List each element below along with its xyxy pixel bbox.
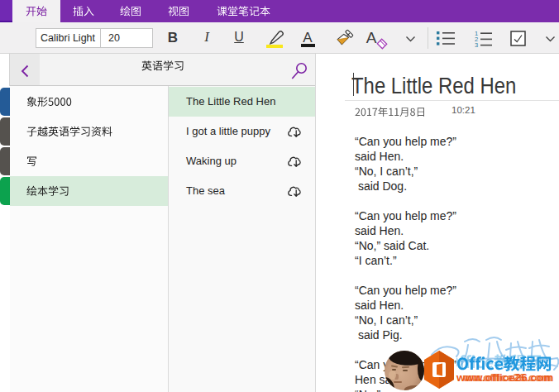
svg-text:3: 3 (475, 41, 478, 47)
